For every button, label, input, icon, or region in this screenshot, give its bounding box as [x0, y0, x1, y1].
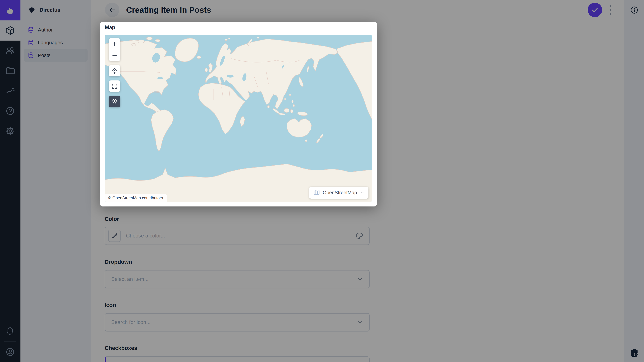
zoom-out-button[interactable]: [109, 50, 120, 61]
world-map: [105, 35, 372, 202]
zoom-control-group: [109, 38, 120, 61]
zoom-in-button[interactable]: [109, 38, 120, 50]
geolocate-button[interactable]: [109, 65, 120, 76]
geolocate-icon: [111, 67, 118, 74]
map-canvas[interactable]: © OpenStreetMap contributors OpenStreetM…: [105, 35, 372, 202]
map-icon: [313, 189, 320, 196]
fullscreen-icon: [111, 83, 118, 89]
map-attribution[interactable]: © OpenStreetMap contributors: [105, 194, 167, 202]
map-field-card: Map: [100, 22, 377, 206]
map-controls: [109, 38, 120, 107]
fullscreen-button[interactable]: [109, 80, 120, 92]
chevron-down-icon: [360, 190, 364, 195]
map-field-label: Map: [105, 24, 115, 30]
plus-icon: [111, 40, 118, 47]
basemap-label: OpenStreetMap: [323, 190, 357, 195]
minus-icon: [111, 52, 118, 59]
basemap-select-button[interactable]: OpenStreetMap: [309, 187, 368, 199]
pin-plus-icon: [111, 98, 118, 105]
add-location-button[interactable]: [109, 96, 120, 107]
